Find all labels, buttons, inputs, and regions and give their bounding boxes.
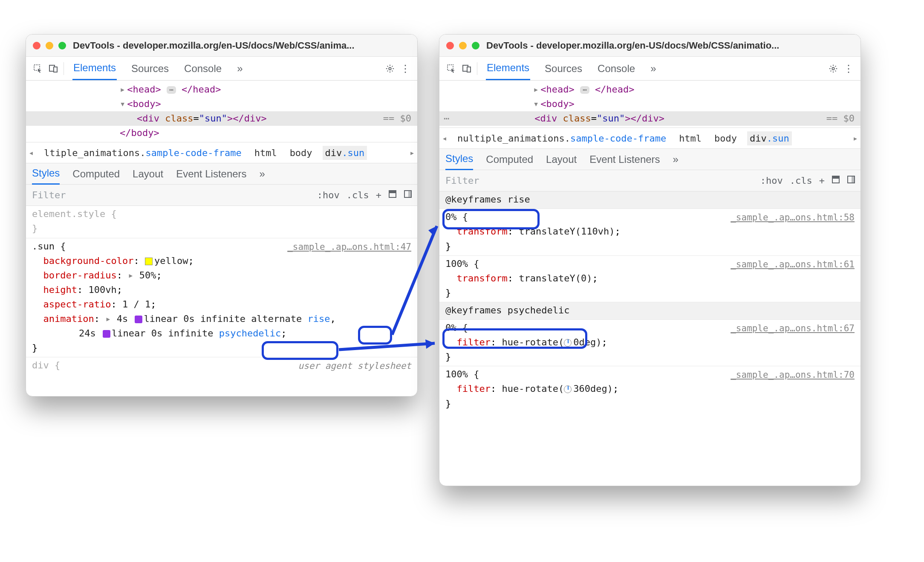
hov-toggle[interactable]: :hov	[760, 175, 783, 186]
titlebar[interactable]: DevTools - developer.mozilla.org/en-US/d…	[439, 35, 860, 57]
source-link[interactable]: _sample_.ap…ons.html:58	[731, 211, 855, 225]
svg-point-3	[389, 67, 391, 70]
gear-icon[interactable]	[382, 61, 398, 76]
titlebar[interactable]: DevTools - developer.mozilla.org/en-US/d…	[26, 35, 417, 57]
subtab-layout[interactable]: Layout	[133, 164, 163, 184]
chevron-left-icon[interactable]: ◂	[442, 133, 447, 143]
svg-rect-2	[54, 67, 57, 72]
new-rule-button[interactable]: +	[819, 175, 825, 186]
tab-console[interactable]: Console	[183, 58, 222, 80]
traffic-lights[interactable]	[33, 42, 66, 49]
minimize-icon[interactable]	[459, 42, 467, 49]
kebab-icon[interactable]: ⋮	[841, 61, 856, 76]
subtab-styles[interactable]: Styles	[445, 148, 473, 170]
chevron-right-icon[interactable]: ▸	[853, 133, 858, 143]
cls-toggle[interactable]: .cls	[790, 175, 812, 186]
inspect-icon[interactable]	[444, 61, 459, 76]
source-link[interactable]: _sample_.ap…ons.html:67	[731, 322, 855, 336]
styles-filter-bar: Filter :hov .cls +	[26, 185, 417, 206]
styles-subtabs: Styles Computed Layout Event Listeners »	[26, 163, 417, 185]
subtab-computed[interactable]: Computed	[486, 149, 533, 170]
angle-icon[interactable]	[564, 339, 572, 347]
source-link[interactable]: _sample_.ap…ons.html:47	[287, 240, 411, 254]
tabs-overflow[interactable]: »	[236, 58, 243, 80]
new-rule-button[interactable]: +	[376, 190, 381, 200]
subtab-layout[interactable]: Layout	[546, 149, 577, 170]
inspect-icon[interactable]	[30, 61, 46, 76]
device-toolbar-icon[interactable]	[46, 61, 61, 76]
tab-sources[interactable]: Sources	[544, 58, 583, 80]
computed-toggle-icon[interactable]	[832, 175, 840, 186]
cls-toggle[interactable]: .cls	[346, 190, 369, 200]
hov-toggle[interactable]: :hov	[317, 190, 340, 200]
filter-input[interactable]: Filter	[439, 175, 755, 186]
tab-elements[interactable]: Elements	[486, 57, 530, 80]
dom-tree[interactable]: <head> ⋯ </head> <body> ⋯ <div class="su…	[439, 81, 860, 127]
keyframes-header-psychedelic[interactable]: @keyframes psychedelic	[445, 305, 569, 316]
sidebar-toggle-icon[interactable]	[404, 190, 412, 200]
svg-point-11	[832, 67, 834, 70]
styles-filter-bar: Filter :hov .cls +	[439, 170, 860, 191]
subtabs-overflow[interactable]: »	[260, 164, 265, 184]
svg-rect-10	[467, 67, 471, 72]
tab-console[interactable]: Console	[597, 58, 636, 80]
source-link[interactable]: _sample_.ap…ons.html:61	[731, 258, 855, 272]
zoom-icon[interactable]	[58, 42, 66, 49]
easing-icon[interactable]	[135, 316, 142, 323]
close-icon[interactable]	[446, 42, 454, 49]
traffic-lights[interactable]	[446, 42, 479, 49]
dom-tree[interactable]: <head> ⋯ </head> <body> <div class="sun"…	[26, 81, 417, 142]
subtab-computed[interactable]: Computed	[72, 164, 120, 184]
zoom-icon[interactable]	[472, 42, 479, 49]
svg-rect-5	[389, 191, 396, 193]
ellipsis-icon: ⋯	[167, 86, 176, 94]
styles-subtabs: Styles Computed Layout Event Listeners »	[439, 149, 860, 170]
keyframes-header-rise[interactable]: @keyframes rise	[445, 194, 530, 205]
devtools-toolbar: Elements Sources Console » ⋮	[26, 57, 417, 81]
svg-rect-13	[832, 176, 839, 179]
subtab-event-listeners[interactable]: Event Listeners	[589, 149, 660, 170]
computed-toggle-icon[interactable]	[388, 190, 397, 200]
color-swatch-icon[interactable]	[145, 258, 153, 265]
svg-rect-7	[408, 191, 411, 197]
close-icon[interactable]	[33, 42, 40, 49]
keyframes-link-rise[interactable]: rise	[308, 313, 330, 324]
svg-marker-17	[425, 339, 435, 349]
devtools-window-left: DevTools - developer.mozilla.org/en-US/d…	[26, 34, 418, 397]
window-title: DevTools - developer.mozilla.org/en-US/d…	[73, 40, 410, 51]
easing-icon[interactable]	[103, 330, 110, 338]
chevron-right-icon[interactable]: ▸	[410, 148, 415, 158]
rule-sun: _sample_.ap…ons.html:47 .sun { backgroun…	[26, 238, 417, 357]
tab-elements[interactable]: Elements	[72, 57, 117, 80]
ellipsis-icon: ⋯	[439, 111, 449, 126]
chevron-left-icon[interactable]: ◂	[29, 148, 34, 158]
selected-dom-node[interactable]: ⋯ <div class="sun"></div> == $0	[439, 111, 860, 126]
source-link[interactable]: _sample_.ap…ons.html:70	[731, 368, 855, 382]
ellipsis-icon: ⋯	[580, 86, 589, 94]
sidebar-toggle-icon[interactable]	[847, 175, 855, 186]
kebab-icon[interactable]: ⋮	[398, 61, 413, 76]
breadcrumb[interactable]: ◂ nultiple_animations.sample-code-frame …	[439, 127, 860, 149]
subtabs-overflow[interactable]: »	[673, 149, 679, 170]
breadcrumb[interactable]: ◂ ltiple_animations.sample-code-frame ht…	[26, 142, 417, 163]
styles-pane[interactable]: element.style { } _sample_.ap…ons.html:4…	[26, 206, 417, 397]
angle-icon[interactable]	[564, 385, 572, 393]
device-toolbar-icon[interactable]	[459, 61, 474, 76]
svg-rect-15	[852, 176, 855, 183]
svg-marker-16	[428, 226, 437, 235]
tabs-overflow[interactable]: »	[650, 58, 657, 80]
keyframes-link-psychedelic[interactable]: psychedelic	[219, 328, 281, 339]
subtab-event-listeners[interactable]: Event Listeners	[176, 164, 246, 184]
selected-dom-node[interactable]: <div class="sun"></div> == $0	[26, 111, 417, 126]
minimize-icon[interactable]	[46, 42, 53, 49]
tab-sources[interactable]: Sources	[130, 58, 170, 80]
window-title: DevTools - developer.mozilla.org/en-US/d…	[486, 40, 854, 51]
filter-input[interactable]: Filter	[26, 190, 312, 200]
styles-pane[interactable]: @keyframes rise _sample_.ap…ons.html:58 …	[439, 191, 860, 486]
devtools-window-right: DevTools - developer.mozilla.org/en-US/d…	[439, 34, 861, 486]
gear-icon[interactable]	[826, 61, 841, 76]
devtools-toolbar: Elements Sources Console » ⋮	[439, 57, 860, 81]
subtab-styles[interactable]: Styles	[32, 163, 60, 185]
